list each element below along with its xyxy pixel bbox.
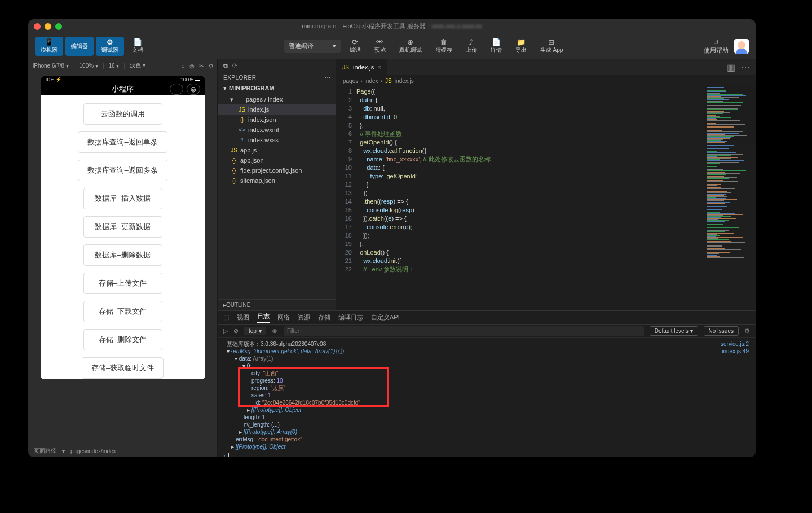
split-editor-icon[interactable]: ▥ <box>727 62 735 73</box>
rotate-icon[interactable]: ⟲ <box>208 63 213 69</box>
app-button-6[interactable]: 存储–上传文件 <box>83 273 162 294</box>
compile-mode-dropdown[interactable]: 普通编译▾ <box>284 40 341 53</box>
toolbar-文档[interactable]: 📄文档 <box>126 37 149 56</box>
simulator-config-bar: iPhone 6/7/8 ▾| 100% ▾| 16 ▾| 浅色 ▾ ⌂ ◎ ✂… <box>28 59 217 72</box>
minimap[interactable] <box>704 86 756 310</box>
zoom-dd[interactable]: 100% ▾ <box>80 63 98 69</box>
file-pages / index[interactable]: ▾pages / index <box>218 94 336 104</box>
console-tab-自定义API[interactable]: 自定义API <box>371 313 400 322</box>
app-button-0[interactable]: 云函数的调用 <box>83 103 162 125</box>
levels-dropdown[interactable]: Default levels ▾ <box>650 326 698 336</box>
breadcrumb[interactable]: pages › index › JS index.js <box>336 75 756 86</box>
clear-icon[interactable]: ⊘ <box>233 327 239 335</box>
font-dd[interactable]: 16 ▾ <box>109 63 120 69</box>
source-link[interactable]: index.js:49 <box>721 348 749 355</box>
app-button-2[interactable]: 数据库查询–返回多条 <box>78 160 167 181</box>
file-index.js[interactable]: JSindex.js <box>218 104 336 115</box>
code-area[interactable]: 12345678910111213141516171819202122 Page… <box>336 86 756 310</box>
app-button-5[interactable]: 数据库–删除数据 <box>83 244 162 266</box>
page-title: 小程序 <box>112 84 134 94</box>
theme-dd[interactable]: 浅色 ▾ <box>130 62 145 69</box>
capsule-close-icon[interactable]: ◎ <box>187 84 200 95</box>
toolbar-调试器[interactable]: ⚙调试器 <box>96 37 124 56</box>
close-icon[interactable]: × <box>377 64 381 71</box>
source-link[interactable]: service.js:2 <box>721 340 749 348</box>
toolbar: 📱模拟器编辑器⚙调试器📄文档 普通编译▾ ⟳编译👁预览⊕真机调试🗑清缓存⤴上传📄… <box>28 33 756 59</box>
toolbar-模拟器[interactable]: 📱模拟器 <box>35 37 63 56</box>
eye-icon[interactable]: 👁 <box>272 328 278 335</box>
toolbar-详情[interactable]: 📄详情 <box>485 37 508 56</box>
toolbar-导出[interactable]: 📁导出 <box>510 37 532 56</box>
app-button-4[interactable]: 数据库–更新数据 <box>83 216 162 238</box>
explorer-panel: ⧉ ⟳ ⋯ EXPLORER⋯ ▾MINIPROGRAM ▾pages / in… <box>218 59 336 310</box>
phone-preview: IDE ⚡100% ▬ 小程序 ⋯ ◎ 云函数的调用数据库查询–返回单条数据库查… <box>41 76 205 379</box>
file-index.wxss[interactable]: #index.wxss <box>218 135 336 145</box>
app-button-7[interactable]: 存储–下载文件 <box>83 301 162 322</box>
simulator-panel: iPhone 6/7/8 ▾| 100% ▾| 16 ▾| 浅色 ▾ ⌂ ◎ ✂… <box>28 59 218 457</box>
file-index.json[interactable]: {}index.json <box>218 115 336 125</box>
app-button-9[interactable]: 存储–获取临时文件 <box>82 357 164 379</box>
help-button[interactable]: ⊡使用帮助 <box>704 38 729 55</box>
toolbar-编辑器[interactable]: 编辑器 <box>65 37 94 56</box>
toolbar-编译[interactable]: ⟳编译 <box>344 37 367 56</box>
console-toolbar: ▷ ⊘ top ▾ 👁 Default levels ▾ No Issues ⚙ <box>218 325 756 338</box>
filter-input[interactable] <box>284 326 644 336</box>
phone-navbar: 小程序 ⋯ ◎ <box>41 83 205 95</box>
explorer-header[interactable]: EXPLORER⋯ <box>218 72 336 83</box>
console-tab-视图[interactable]: 视图 <box>237 313 249 322</box>
issues-badge[interactable]: No Issues <box>704 326 739 336</box>
console-output[interactable]: service.js:2 index.js:49 基础库版本：3.0.36-al… <box>218 338 756 457</box>
app-button-8[interactable]: 存储–删除文件 <box>83 329 162 350</box>
app-button-3[interactable]: 数据库–插入数据 <box>83 188 162 209</box>
code-editor: JS index.js × ▥ ⋯ pages › index › JS ind… <box>336 59 756 310</box>
file-sitemap.json[interactable]: {}sitemap.json <box>218 176 336 186</box>
phone-content: 云函数的调用数据库查询–返回单条数据库查询–返回多条数据库–插入数据数据库–更新… <box>41 95 205 379</box>
device-dd[interactable]: iPhone 6/7/8 ▾ <box>33 63 69 69</box>
console-tab-资源[interactable]: 资源 <box>298 313 310 322</box>
console-tab-编译日志[interactable]: 编译日志 <box>338 313 363 322</box>
toolbar-生成 App[interactable]: ⊞生成 App <box>535 37 569 56</box>
location-icon[interactable]: ◎ <box>189 63 195 69</box>
file-index.wxml[interactable]: <>index.wxml <box>218 125 336 135</box>
home-icon[interactable]: ⌂ <box>182 63 185 69</box>
zoom-icon[interactable] <box>55 23 62 30</box>
gear-icon[interactable]: ⚙ <box>744 327 750 335</box>
ellipsis-icon[interactable]: ⋯ <box>324 62 330 69</box>
split-icon[interactable]: ⧉ <box>223 62 228 69</box>
js-file-icon: JS <box>342 64 350 71</box>
file-app.json[interactable]: {}app.json <box>218 155 336 165</box>
toolbar-清缓存[interactable]: 🗑清缓存 <box>430 37 458 56</box>
ellipsis-icon[interactable]: ⋯ <box>325 74 331 81</box>
version-line: 基础库版本：3.0.36-alpha20230407v08 <box>227 340 750 348</box>
toolbar-预览[interactable]: 👁预览 <box>369 37 391 56</box>
console-tab-存储[interactable]: 存储 <box>318 313 330 322</box>
console-prompt[interactable]: › <box>223 452 750 457</box>
project-root[interactable]: ▾MINIPROGRAM <box>218 83 336 93</box>
capsule-menu-icon[interactable]: ⋯ <box>170 84 183 95</box>
ellipsis-icon[interactable]: ⋯ <box>741 62 750 73</box>
traffic-lights <box>34 23 62 30</box>
app-button-1[interactable]: 数据库查询–返回单条 <box>78 131 167 153</box>
console-tab-网络[interactable]: 网络 <box>277 313 290 322</box>
toolbar-上传[interactable]: ⤴上传 <box>460 37 483 56</box>
titlebar: miniprogram—FinClip小程序开发工具 服务器：xxxx.xxx.… <box>28 19 756 33</box>
inspect-icon[interactable]: ⬚ <box>223 314 229 321</box>
chevron-down-icon: ▾ <box>333 42 336 50</box>
window-title: miniprogram—FinClip小程序开发工具 服务器：xxxx.xxx.… <box>302 22 482 30</box>
close-icon[interactable] <box>34 23 41 30</box>
tab-index-js[interactable]: JS index.js × <box>336 59 387 75</box>
cut-icon[interactable]: ✂ <box>199 63 204 69</box>
context-dropdown[interactable]: top ▾ <box>244 327 266 335</box>
outline-header[interactable]: ▸ OUTLINE <box>218 299 336 310</box>
toolbar-真机调试[interactable]: ⊕真机调试 <box>394 37 427 56</box>
file-app.js[interactable]: JSapp.js <box>218 145 336 155</box>
editor-tabs: JS index.js × ▥ ⋯ <box>336 59 756 75</box>
file-fide.project.config.json[interactable]: {}fide.project.config.json <box>218 165 336 176</box>
minimize-icon[interactable] <box>45 23 51 30</box>
phone-statusbar: IDE ⚡100% ▬ <box>41 76 205 83</box>
more-icon[interactable]: ⟳ <box>232 62 237 69</box>
ide-window: miniprogram—FinClip小程序开发工具 服务器：xxxx.xxx.… <box>28 19 756 457</box>
play-icon[interactable]: ▷ <box>223 327 228 335</box>
console-tab-日志[interactable]: 日志 <box>257 312 270 323</box>
avatar[interactable] <box>734 39 749 54</box>
